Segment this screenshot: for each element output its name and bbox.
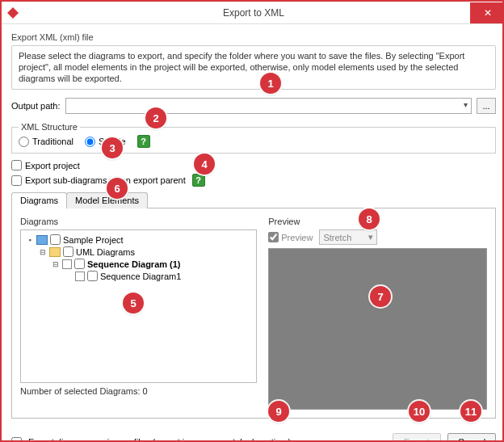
selected-count: Number of selected Diagrams: 0 [20,386,257,396]
expand-icon[interactable]: ⊟ [52,260,60,268]
collapse-icon[interactable]: ▪ [26,236,34,244]
xml-structure-legend: XML Structure [19,122,80,132]
app-icon [6,6,19,19]
folder-icon [49,247,61,257]
help-icon[interactable]: ? [137,135,150,148]
tree-row-folder[interactable]: ⊟ UML Diagrams [39,246,253,258]
diagrams-panel-title: Diagrams [20,217,257,226]
diagram-icon [75,272,85,281]
export-project-checkbox[interactable] [11,160,22,170]
window-title: Export to XML [2,7,504,19]
tab-diagrams[interactable]: Diagrams [11,192,67,208]
tree-row-project[interactable]: ▪ Sample Project [26,234,253,246]
export-button[interactable]: Export [393,433,441,442]
tab-model-elements[interactable]: Model Elements [66,192,148,208]
chevron-down-icon: ▾ [464,100,468,109]
help-icon[interactable]: ? [192,174,205,187]
export-images-label: Export diagrams as image files (export i… [28,437,291,442]
output-path-combo[interactable]: ▾ [65,98,472,114]
browse-label: ... [482,101,489,111]
radio-simple-input[interactable] [85,137,95,147]
radio-traditional-input[interactable] [19,137,29,147]
preview-checkbox-label: Preview [281,233,313,242]
tab-bar: Diagrams Model Elements [11,192,496,208]
radio-traditional[interactable]: Traditional [19,137,74,147]
project-icon [36,235,48,245]
preview-checkbox[interactable] [268,232,279,242]
export-project-label: Export project [25,161,80,170]
tree-label: UML Diagrams [76,247,135,257]
preview-area [268,248,487,410]
radio-traditional-label: Traditional [32,137,74,146]
preview-panel-title: Preview [268,217,487,226]
cancel-button[interactable]: Cancel [447,433,496,442]
export-sub-label: Export sub-diagrams when export parent [25,175,186,185]
stretch-select[interactable]: Stretch ▾ [319,229,377,245]
svg-marker-0 [7,7,19,19]
export-images-checkbox[interactable] [11,437,22,442]
diagrams-tree[interactable]: ▪ Sample Project ⊟ UML Diagrams [20,229,257,383]
output-path-label: Output path: [11,101,61,111]
tree-checkbox[interactable] [63,246,74,257]
radio-simple-label: Simple [99,137,126,146]
expand-icon[interactable]: ⊟ [39,248,47,256]
diagram-icon [62,259,72,269]
chevron-down-icon: ▾ [368,232,373,242]
radio-simple[interactable]: Simple [85,137,126,147]
tree-label: Sequence Diagram1 [100,272,181,281]
browse-button[interactable]: ... [477,98,496,114]
stretch-value: Stretch [323,233,351,242]
tree-row-diagram[interactable]: ⊟ Sequence Diagram (1) [52,258,253,270]
tree-checkbox[interactable] [74,259,85,269]
tree-label: Sequence Diagram (1) [87,259,181,269]
preview-toggle[interactable]: Preview [268,232,313,242]
subheading: Export XML (xml) file [11,32,496,42]
export-sub-checkbox[interactable] [11,175,22,186]
tree-row-diagram[interactable]: · Sequence Diagram1 [65,270,253,282]
tree-checkbox[interactable] [87,271,98,281]
tree-label: Sample Project [63,235,124,245]
close-button[interactable]: ✕ [470,2,504,23]
tree-checkbox[interactable] [50,234,61,245]
close-icon: ✕ [484,7,492,19]
xml-structure-group: XML Structure Traditional Simple ? [11,122,496,154]
intro-text: Please select the diagrams to export, an… [11,45,496,90]
